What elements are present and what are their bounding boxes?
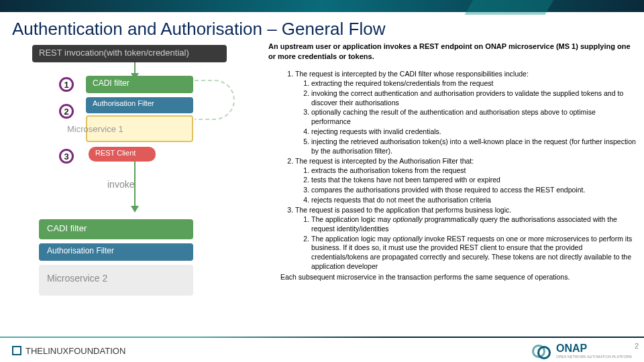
step-1-4: rejecting requests with invalid credenti… [311,127,636,137]
closing-text: Each subsequent microservice in the tran… [280,273,636,282]
step-3-1: The application logic may optionally pro… [311,215,636,234]
linux-foundation-logo: THELINUXFOUNDATION [12,346,125,356]
arrowhead-icon [131,206,139,213]
feedback-loop-icon [195,80,235,120]
step-badge-1: 1 [59,77,74,92]
microservice-1-label: Microservice 1 [67,124,123,134]
cadi-filter-box-2: CADI filter [39,219,193,239]
cadi-filter-box-1: CADI filter [86,76,193,93]
auth-filter-box-1: Authorisation Filter [86,97,193,113]
step-2-4: rejects requests that do not meet the au… [311,196,636,205]
step-1: The request is intercepted by the CADI f… [295,70,636,156]
lf-box-icon [12,346,21,355]
onap-sub: OPEN NETWORK AUTOMATION PLATFORM [556,355,632,359]
invoke-label: invoke [107,179,134,190]
steps-list: The request is intercepted by the CADI f… [280,70,636,282]
microservice-2-box: Microservice 2 [39,265,193,296]
step-2-1: extracts the authorisation tokens from t… [311,166,636,176]
step-3-2: The application logic may optionally inv… [311,235,636,272]
step-1-5: injecting the retrieved authorisation to… [311,137,636,156]
page-number: 2 [635,342,639,350]
onap-logo-block: ONAP OPEN NETWORK AUTOMATION PLATFORM [532,343,632,359]
step-1-2: invoking the correct authentication and … [311,89,636,108]
footer-divider [0,337,644,338]
step-2: The request is intercepted by the Author… [295,157,636,205]
step-3: The request is passed to the application… [295,206,636,272]
rest-invocation-box: REST invocation(with token/credential) [32,45,227,62]
onap-label: ONAP [556,343,632,355]
step-badge-3: 3 [59,149,74,164]
header-bar [0,0,644,12]
step-badge-2: 2 [59,104,74,119]
rest-client-box: REST Client [89,147,156,162]
step-2-3: compares the authorisations provided wit… [311,186,636,195]
auth-filter-box-2: Authorisation Filter [39,243,193,261]
step-2-2: tests that the tokens have not been tamp… [311,176,636,185]
step-1-1: extracting the required tokens/credentia… [311,79,636,88]
slide-title: Authentication and Authorisation – Gener… [0,12,644,45]
onap-rings-icon [532,343,551,358]
footer: THELINUXFOUNDATION ONAP OPEN NETWORK AUT… [0,339,644,362]
step-1-3: optionally caching the result of the aut… [311,108,636,127]
